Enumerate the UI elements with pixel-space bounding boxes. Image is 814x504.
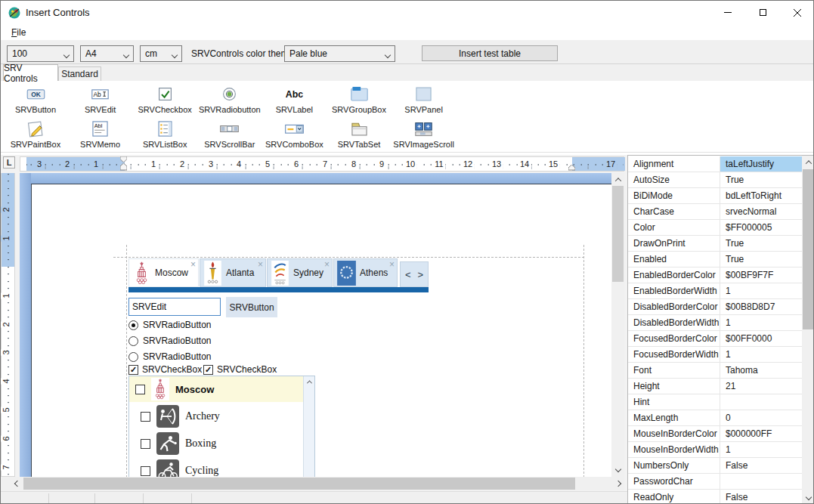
property-row-disabledbordercolor[interactable]: DisabledBorderColor$00B8D8D7 — [628, 299, 802, 315]
tab-srv-controls[interactable]: SRV Controls — [3, 64, 58, 81]
checkbox-icon[interactable] — [141, 412, 150, 422]
tab-nav-prev-icon[interactable]: < — [405, 269, 411, 280]
property-grid-scrollbar[interactable] — [802, 156, 814, 504]
property-value[interactable]: $000000FF — [720, 426, 802, 441]
srvradiobutton-sample[interactable]: SRVRadioButton — [128, 335, 212, 347]
olympic-tab-sydney[interactable]: Sydney× — [267, 258, 333, 287]
paper-size-combobox[interactable]: A4 — [80, 45, 134, 62]
property-value[interactable]: False — [720, 490, 802, 504]
checkbox-icon[interactable] — [141, 466, 150, 476]
property-value[interactable]: 0 — [720, 410, 802, 425]
property-row-color[interactable]: Color$FF000005 — [628, 220, 802, 236]
palette-item-srvbutton[interactable]: OKSRVButton — [3, 82, 68, 117]
listbox-scrollbar[interactable] — [303, 376, 314, 477]
scroll-up-button[interactable] — [611, 173, 624, 186]
property-row-autosize[interactable]: AutoSizeTrue — [628, 172, 802, 188]
listbox-header-checkbox[interactable] — [135, 385, 145, 394]
document-vertical-scrollbar[interactable] — [611, 173, 624, 477]
property-row-enabled[interactable]: EnabledTrue — [628, 252, 802, 267]
palette-item-srvpanel[interactable]: SRVPanel — [392, 82, 457, 117]
maximize-button[interactable] — [745, 1, 780, 24]
tab-close-icon[interactable]: × — [389, 260, 395, 269]
property-row-mouseinbordercolor[interactable]: MouseInBorderColor$000000FF — [628, 426, 802, 442]
scroll-up-button[interactable] — [802, 156, 814, 169]
property-row-font[interactable]: FontTahoma — [628, 363, 802, 379]
property-value[interactable]: True — [720, 172, 802, 187]
palette-item-srvgroupbox[interactable]: SRVGroupBox — [327, 82, 392, 117]
property-value[interactable]: Tahoma — [720, 363, 802, 378]
tab-close-icon[interactable]: × — [258, 260, 263, 269]
document-horizontal-scrollbar[interactable] — [11, 477, 624, 490]
property-row-charcase[interactable]: CharCasesrvecNormal — [628, 204, 802, 220]
srvcheckbox-sample[interactable]: ✓SRVCheckBox — [128, 363, 202, 376]
property-scrollbar-thumb[interactable] — [803, 169, 814, 329]
palette-item-srvtabset[interactable]: SRVTabSet — [327, 117, 392, 152]
property-row-focusedbordercolor[interactable]: FocusedBorderColor$00FF0000 — [628, 331, 802, 347]
property-row-bidimode[interactable]: BiDiModebdLeftToRight — [628, 188, 802, 204]
property-value[interactable] — [720, 474, 802, 489]
olympic-tab-atlanta[interactable]: Atlanta× — [200, 258, 266, 287]
srvradiobutton-sample[interactable]: SRVRadioButton — [128, 351, 212, 363]
left-indent-marker[interactable] — [120, 163, 127, 171]
olympic-tab-moscow[interactable]: Moscow× — [128, 258, 199, 287]
property-row-focusedborderwidth[interactable]: FocusedBorderWidth1 — [628, 347, 802, 363]
insert-test-table-button[interactable]: Insert test table — [422, 45, 558, 61]
vertical-scrollbar-thumb[interactable] — [612, 186, 624, 282]
property-value[interactable]: $00BF9F7F — [720, 267, 802, 283]
units-combobox[interactable]: cm — [140, 45, 182, 62]
list-item-boxing[interactable]: Boxing — [129, 430, 303, 457]
scroll-down-button[interactable] — [611, 464, 624, 477]
property-row-enabledbordercolor[interactable]: EnabledBorderColor$00BF9F7F — [628, 267, 802, 283]
property-value[interactable]: $FF000005 — [720, 220, 802, 235]
palette-item-srvimagescroll[interactable]: SRVImageScroll — [392, 117, 457, 152]
property-value[interactable]: $00FF0000 — [720, 331, 802, 346]
list-item-archery[interactable]: Archery — [129, 403, 303, 430]
minimize-button[interactable] — [710, 1, 745, 24]
property-row-mouseinborderwidth[interactable]: MouseInBorderWidth1 — [628, 442, 802, 458]
palette-item-srvmemo[interactable]: AbISRVMemo — [68, 117, 133, 152]
srvradiobutton-sample[interactable]: SRVRadioButton — [128, 319, 212, 331]
srvedit-input[interactable] — [128, 298, 221, 316]
olympic-tab-athens[interactable]: Athens× — [333, 258, 398, 287]
palette-item-srvlabel[interactable]: AbcSRVLabel — [262, 82, 327, 117]
property-row-hint[interactable]: Hint — [628, 394, 802, 410]
color-theme-combobox[interactable]: Pale blue — [284, 45, 395, 62]
palette-item-srvscrollbar[interactable]: SRVScrollBar — [197, 117, 262, 152]
property-row-passwordchar[interactable]: PasswordChar — [628, 474, 802, 490]
tab-close-icon[interactable]: × — [324, 260, 330, 269]
property-value[interactable]: True — [720, 252, 802, 267]
palette-item-srvcombobox[interactable]: SRVComboBox — [262, 117, 327, 152]
palette-item-srvradiobutton[interactable]: SRVRadiobutton — [197, 82, 262, 117]
property-value[interactable]: srvecNormal — [720, 204, 802, 219]
property-row-enabledborderwidth[interactable]: EnabledBorderWidth1 — [628, 283, 802, 299]
menu-item-file[interactable]: File — [7, 26, 30, 39]
property-value[interactable]: False — [720, 458, 802, 473]
property-row-maxlength[interactable]: MaxLength0 — [628, 410, 802, 426]
property-value[interactable]: 1 — [720, 283, 802, 298]
property-row-height[interactable]: Height21 — [628, 379, 802, 394]
property-value[interactable]: 1 — [720, 347, 802, 362]
property-value[interactable] — [720, 394, 802, 410]
scroll-left-button[interactable] — [11, 477, 23, 490]
property-row-numbersonly[interactable]: NumbersOnlyFalse — [628, 458, 802, 474]
zoom-combobox[interactable]: 100 — [7, 45, 74, 62]
property-value[interactable]: bdLeftToRight — [720, 188, 802, 203]
close-button[interactable] — [780, 1, 814, 24]
palette-item-srvcheckbox[interactable]: SRVCheckbox — [132, 82, 197, 117]
palette-item-srvlistbox[interactable]: SRVListBox — [132, 117, 197, 152]
property-value[interactable]: True — [720, 236, 802, 251]
property-row-alignment[interactable]: AlignmenttaLeftJustify — [628, 156, 802, 172]
horizontal-scrollbar-thumb[interactable] — [23, 478, 575, 490]
palette-item-srvpaintbox[interactable]: SRVPaintBox — [3, 117, 68, 152]
tab-nav-next-icon[interactable]: > — [418, 269, 424, 280]
tab-standard[interactable]: Standard — [58, 66, 101, 81]
checkbox-icon[interactable] — [141, 439, 150, 449]
property-row-drawonprint[interactable]: DrawOnPrintTrue — [628, 236, 802, 252]
scroll-down-button[interactable] — [802, 492, 814, 504]
list-item-cycling[interactable]: Cycling — [129, 457, 303, 477]
tab-stop-selector[interactable]: L — [3, 156, 15, 169]
right-indent-marker[interactable] — [568, 165, 575, 171]
first-line-indent-marker[interactable] — [120, 156, 127, 162]
property-row-readonly[interactable]: ReadOnlyFalse — [628, 490, 802, 504]
property-row-disabledborderwidth[interactable]: DisabledBorderWidth1 — [628, 315, 802, 331]
